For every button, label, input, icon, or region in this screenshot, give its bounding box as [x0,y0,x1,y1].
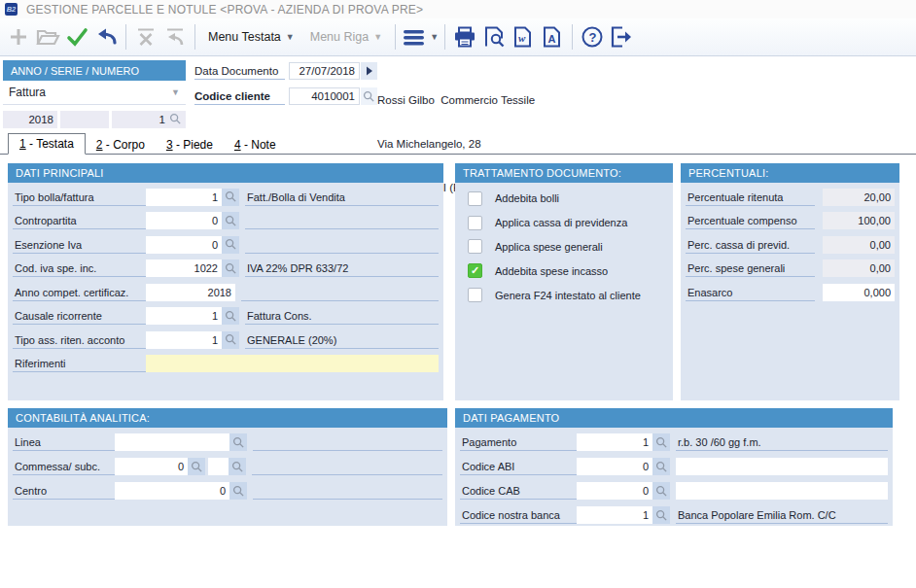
codice-abi-field[interactable]: 0 [577,458,652,475]
checkbox-label[interactable]: Applica cassa di previdenza [495,217,627,228]
esenzione-iva-field[interactable]: 0 [146,236,222,254]
serie-field[interactable] [60,111,109,128]
field-label: Causale ricorrente [13,310,146,325]
anno-compet-field[interactable]: 2018 [146,284,235,301]
lookup-magnifier-icon[interactable] [222,189,239,206]
checkbox-label[interactable]: Genera F24 intestato al cliente [495,290,641,301]
centro-field[interactable]: 0 [115,482,229,500]
codice-cliente-label: Codice cliente [194,90,285,105]
lookup-magnifier-icon[interactable] [222,236,239,254]
contropartita-field[interactable]: 0 [146,212,222,229]
dati-principali-panel: DATI PRINCIPALI Tipo bolla/fattura 1 Fat… [8,163,443,400]
field-label: Perc. cassa di previd. [686,239,815,254]
commessa-field[interactable]: 0 [115,458,188,475]
pagamento-field[interactable]: 1 [577,433,652,451]
abi-description-field[interactable] [676,458,888,475]
help-icon[interactable]: ? [578,22,607,52]
dati-principali-title: DATI PRINCIPALI [8,163,443,183]
lookup-magnifier-icon[interactable] [229,433,247,451]
field-row-codice-abi: Codice ABI 0 [460,454,888,478]
causale-field[interactable]: 1 [146,307,222,325]
svg-text:?: ? [589,30,597,45]
tab-testata[interactable]: 1 - Testata [8,133,86,155]
doc-type-dropdown[interactable]: Fattura ▼ [3,81,186,105]
field-label: Esenzione Iva [13,239,146,254]
tab-note[interactable]: 4 - Note [224,135,287,155]
field-description [252,472,442,475]
field-description: GENERALE (20%) [245,334,439,349]
lookup-magnifier-icon[interactable] [652,506,670,524]
word-export-icon[interactable]: w [509,22,538,52]
lookup-magnifier-icon[interactable] [652,433,670,451]
nostra-banca-field[interactable]: 1 [577,506,652,524]
lookup-magnifier-icon[interactable] [222,307,239,325]
trattamento-panel: TRATTAMENTO DOCUMENTO: Addebita bolli Ap… [455,163,673,400]
tipo-ass-field[interactable]: 1 [146,331,222,349]
menu-riga-label: Menu Riga [310,30,369,44]
tipo-bolla-field[interactable]: 1 [146,189,222,206]
chevron-down-icon: ▼ [373,33,382,42]
field-label: Pagamento [460,436,577,451]
codice-cliente-field[interactable]: 4010001 [289,87,360,105]
checkbox-label[interactable]: Addebita spese incasso [495,265,608,277]
checkbox-cassa-previdenza[interactable] [468,216,482,230]
subcommessa-field[interactable] [208,458,229,475]
field-row-anno-compet: Anno compet. certificaz. 2018 [13,280,439,304]
checkbox-addebita-bolli[interactable] [468,191,482,206]
pagamento-panel: DATI PAGAMENTO Pagamento 1 r.b. 30 /60 g… [455,408,893,526]
tab-corpo[interactable]: 2 - Corpo [86,135,156,155]
field-row-perc-spese: Perc. spese generali 0,00 [686,257,895,281]
percentuali-panel: PERCENTUALI: Percentuale ritenuta 20,00 … [681,163,899,400]
print-icon[interactable] [450,22,479,52]
lookup-magnifier-icon[interactable] [222,212,239,229]
checkbox-label[interactable]: Applica spese generali [495,241,603,253]
cancel-x-icon[interactable] [131,22,160,52]
perc-spese-field: 0,00 [823,259,895,277]
undo-arrow-icon[interactable] [91,22,121,52]
codice-cab-field[interactable]: 0 [577,482,652,500]
open-folder-icon[interactable] [33,22,62,52]
numero-field[interactable]: 1 [112,111,186,128]
add-button[interactable] [4,22,33,52]
tab-piede[interactable]: 3 - Piede [156,135,224,155]
checkbox-spese-generali[interactable] [468,239,482,254]
cliente-lookup-button[interactable] [361,87,377,105]
lookup-magnifier-icon[interactable] [169,113,182,127]
field-label: Enasarco [686,287,815,301]
lookup-magnifier-icon[interactable] [222,259,239,277]
hamburger-menu-button[interactable]: ▼ [401,22,440,52]
lookup-magnifier-icon[interactable] [652,482,670,500]
lookup-magnifier-icon[interactable] [229,482,247,500]
linea-field[interactable] [115,433,229,451]
data-documento-field[interactable]: 27/07/2018 [289,62,360,80]
field-row-perc-ritenuta: Percentuale ritenuta 20,00 [686,185,895,209]
menu-riga-button[interactable]: Menu Riga ▼ [302,22,390,52]
checkbox-row-spese-generali: Applica spese generali [460,235,668,259]
pdf-export-icon[interactable]: A [538,22,567,52]
lookup-magnifier-icon[interactable] [652,458,670,475]
field-row-perc-compenso: Percentuale compenso 100,00 [686,209,895,233]
date-next-button[interactable] [361,62,377,80]
print-preview-icon[interactable] [479,22,509,52]
checkbox-label[interactable]: Addebita bolli [495,192,559,204]
field-label: Codice nostra banca [460,509,577,524]
riferimenti-field[interactable] [146,355,439,372]
cab-description-field[interactable] [676,482,888,500]
exit-icon[interactable] [607,22,636,52]
lookup-magnifier-icon[interactable] [188,458,205,475]
anno-field[interactable]: 2018 [3,111,57,128]
cod-iva-field[interactable]: 1022 [146,259,222,277]
svg-text:A: A [548,33,556,45]
lookup-magnifier-icon[interactable] [222,331,239,349]
check-icon: ✓ [471,265,479,276]
field-row-tipo-ass: Tipo ass. riten. acconto 1 GENERALE (20%… [13,328,439,352]
checkbox-row-addebita-bolli: Addebita bolli [460,187,668,211]
restore-arrow-icon[interactable] [160,22,190,52]
lookup-magnifier-icon[interactable] [229,458,246,475]
field-description [241,298,439,301]
enasarco-field[interactable]: 0,000 [823,284,895,301]
checkbox-genera-f24[interactable] [468,288,482,302]
checkbox-spese-incasso[interactable]: ✓ [468,263,482,278]
menu-testata-button[interactable]: Menu Testata ▼ [200,22,302,52]
confirm-check-icon[interactable] [62,22,91,52]
